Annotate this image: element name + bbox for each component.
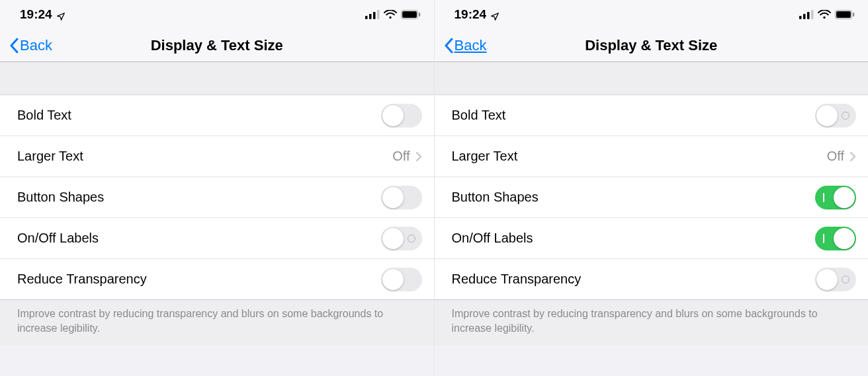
bold-text-switch[interactable] xyxy=(815,104,856,128)
row-label: Larger Text xyxy=(452,149,827,164)
row-label: Button Shapes xyxy=(17,190,381,205)
back-button[interactable]: Back xyxy=(9,37,52,54)
row-bold-text[interactable]: Bold Text xyxy=(0,95,434,136)
svg-rect-5 xyxy=(402,11,417,18)
battery-icon xyxy=(835,10,855,19)
svg-rect-12 xyxy=(836,11,851,18)
row-onoff-labels[interactable]: On/Off Labels xyxy=(0,218,434,259)
button-shapes-switch[interactable] xyxy=(381,186,422,209)
cellular-icon xyxy=(365,10,380,19)
onoff-labels-switch[interactable] xyxy=(815,227,856,250)
screenshot-right: 19:24 Back Disp xyxy=(434,0,869,376)
onoff-labels-switch[interactable] xyxy=(381,227,422,250)
cellular-icon xyxy=(799,10,814,19)
svg-rect-10 xyxy=(811,10,814,19)
row-label: Bold Text xyxy=(452,108,816,123)
section-footer: Improve contrast by reducing transparenc… xyxy=(0,300,434,346)
chevron-left-icon xyxy=(9,38,19,54)
row-larger-text[interactable]: Larger Text Off xyxy=(435,136,869,177)
svg-rect-9 xyxy=(807,12,810,19)
page-title: Display & Text Size xyxy=(435,37,869,54)
row-reduce-transparency[interactable]: Reduce Transparency xyxy=(435,259,869,300)
screenshot-left: 19:24 Back Disp xyxy=(0,0,434,376)
page-title: Display & Text Size xyxy=(0,37,434,54)
row-label: On/Off Labels xyxy=(452,231,816,246)
location-icon xyxy=(490,10,499,19)
chevron-right-icon xyxy=(849,151,856,162)
section-gap xyxy=(435,62,869,95)
row-label: Bold Text xyxy=(17,108,381,123)
bold-text-switch[interactable] xyxy=(381,104,422,128)
back-button[interactable]: Back xyxy=(444,37,487,54)
svg-rect-7 xyxy=(799,16,802,19)
status-time: 19:24 xyxy=(20,7,52,22)
nav-bar: Back Display & Text Size xyxy=(0,29,434,62)
status-bar: 19:24 xyxy=(435,0,869,29)
wifi-icon xyxy=(818,10,831,19)
row-bold-text[interactable]: Bold Text xyxy=(435,95,869,136)
row-button-shapes[interactable]: Button Shapes xyxy=(0,177,434,218)
svg-rect-8 xyxy=(803,14,806,19)
nav-bar: Back Display & Text Size xyxy=(435,29,869,62)
settings-list: Bold Text Larger Text Off Button Shapes xyxy=(0,95,434,300)
reduce-transparency-switch[interactable] xyxy=(381,268,422,291)
row-value: Off xyxy=(392,149,410,164)
back-label: Back xyxy=(20,37,52,54)
row-button-shapes[interactable]: Button Shapes xyxy=(435,177,869,218)
row-onoff-labels[interactable]: On/Off Labels xyxy=(435,218,869,259)
location-icon xyxy=(56,10,65,19)
wifi-icon xyxy=(384,10,397,19)
button-shapes-switch[interactable] xyxy=(815,186,856,209)
status-time: 19:24 xyxy=(455,7,487,22)
chevron-right-icon xyxy=(415,151,422,162)
row-reduce-transparency[interactable]: Reduce Transparency xyxy=(0,259,434,300)
svg-rect-3 xyxy=(377,10,380,19)
section-gap xyxy=(0,62,434,95)
chevron-left-icon xyxy=(444,38,453,54)
row-label: Button Shapes xyxy=(452,190,816,205)
back-label: Back xyxy=(455,37,487,54)
row-label: On/Off Labels xyxy=(17,231,381,246)
battery-icon xyxy=(401,10,421,19)
row-larger-text[interactable]: Larger Text Off xyxy=(0,136,434,177)
row-value: Off xyxy=(827,149,844,164)
svg-rect-13 xyxy=(853,13,854,17)
settings-list: Bold Text Larger Text Off Button Shapes xyxy=(435,95,869,300)
row-label: Larger Text xyxy=(17,149,392,164)
section-footer: Improve contrast by reducing transparenc… xyxy=(435,300,869,346)
row-label: Reduce Transparency xyxy=(17,272,381,287)
reduce-transparency-switch[interactable] xyxy=(815,268,856,291)
status-bar: 19:24 xyxy=(0,0,434,29)
svg-rect-1 xyxy=(369,14,372,19)
row-label: Reduce Transparency xyxy=(452,272,816,287)
svg-rect-6 xyxy=(419,13,420,17)
svg-rect-2 xyxy=(373,12,376,19)
svg-rect-0 xyxy=(365,16,368,19)
